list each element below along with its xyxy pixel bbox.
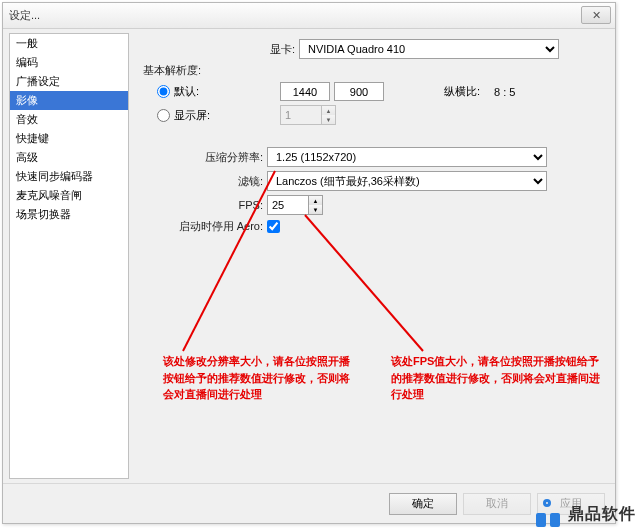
resolution-default-label: 默认: — [174, 84, 230, 99]
sidebar-item-general[interactable]: 一般 — [10, 34, 128, 53]
resolution-width-input[interactable] — [280, 82, 330, 101]
fps-label: FPS: — [139, 199, 267, 211]
fps-spinner[interactable]: ▲▼ — [267, 195, 323, 215]
cancel-button[interactable]: 取消 — [463, 493, 531, 515]
ok-button[interactable]: 确定 — [389, 493, 457, 515]
settings-dialog: 设定... ✕ 一般 编码 广播设定 影像 音效 快捷键 高级 快速同步编码器 … — [2, 2, 616, 524]
downscale-select[interactable]: 1.25 (1152x720) — [267, 147, 547, 167]
svg-line-1 — [305, 215, 423, 351]
resolution-height-input[interactable] — [334, 82, 384, 101]
spinner-up-icon[interactable]: ▲ — [309, 196, 322, 205]
resolution-default-radio[interactable] — [157, 85, 170, 98]
filter-label: 滤镜: — [139, 174, 267, 189]
downscale-label: 压缩分辨率: — [139, 150, 267, 165]
sidebar-item-hotkeys[interactable]: 快捷键 — [10, 129, 128, 148]
spinner-up-icon[interactable]: ▲ — [322, 106, 335, 115]
sidebar-item-encoding[interactable]: 编码 — [10, 53, 128, 72]
window-close-button[interactable]: ✕ — [581, 6, 611, 24]
aspect-label: 纵横比: — [444, 84, 480, 99]
watermark-text: 鼎品软件 — [568, 504, 636, 525]
gpu-select[interactable]: NVIDIA Quadro 410 — [299, 39, 559, 59]
category-sidebar[interactable]: 一般 编码 广播设定 影像 音效 快捷键 高级 快速同步编码器 麦克风噪音闸 场… — [9, 33, 129, 479]
main-panel: 显卡: NVIDIA Quadro 410 基本解析度: 默认: 纵横比: 8 … — [129, 29, 615, 483]
window-title: 设定... — [9, 8, 40, 23]
sidebar-item-audio[interactable]: 音效 — [10, 110, 128, 129]
annotation-right: 该处FPS值大小，请各位按照开播按钮给予的推荐数值进行修改，否则将会对直播间进行… — [391, 353, 601, 403]
monitor-spinner[interactable]: ▲▼ — [280, 105, 336, 125]
dialog-footer: 确定 取消 应用 — [3, 483, 615, 523]
base-resolution-title: 基本解析度: — [143, 63, 605, 78]
gpu-label: 显卡: — [259, 42, 299, 57]
sidebar-item-noise-gate[interactable]: 麦克风噪音闸 — [10, 186, 128, 205]
annotation-left: 该处修改分辨率大小，请各位按照开播按钮给予的推荐数值进行修改，否则将会对直播间进… — [163, 353, 353, 403]
sidebar-item-advanced[interactable]: 高级 — [10, 148, 128, 167]
aero-label: 启动时停用 Aero: — [139, 219, 267, 234]
resolution-monitor-radio[interactable] — [157, 109, 170, 122]
sidebar-item-broadcast[interactable]: 广播设定 — [10, 72, 128, 91]
close-icon: ✕ — [592, 9, 601, 22]
sidebar-item-scene-switcher[interactable]: 场景切换器 — [10, 205, 128, 224]
watermark: 鼎品软件 — [534, 499, 636, 529]
spinner-down-icon[interactable]: ▼ — [322, 115, 335, 124]
aspect-value: 8 : 5 — [494, 86, 515, 98]
resolution-monitor-label: 显示屏: — [174, 108, 234, 123]
aero-checkbox[interactable] — [267, 220, 280, 233]
sidebar-item-video[interactable]: 影像 — [10, 91, 128, 110]
spinner-down-icon[interactable]: ▼ — [309, 205, 322, 214]
monitor-value — [281, 106, 321, 124]
fps-input[interactable] — [268, 196, 308, 214]
dialog-body: 一般 编码 广播设定 影像 音效 快捷键 高级 快速同步编码器 麦克风噪音闸 场… — [3, 29, 615, 483]
titlebar: 设定... ✕ — [3, 3, 615, 29]
sidebar-item-quicksync[interactable]: 快速同步编码器 — [10, 167, 128, 186]
watermark-icon — [534, 499, 564, 529]
filter-select[interactable]: Lanczos (细节最好,36采样数) — [267, 171, 547, 191]
